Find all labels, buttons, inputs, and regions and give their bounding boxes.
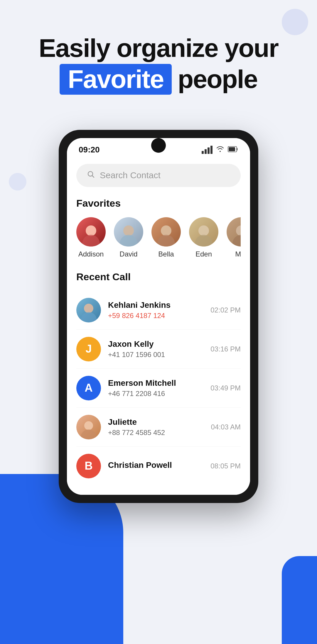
avatar-bella <box>151 217 181 247</box>
avatar-eden <box>189 217 218 247</box>
call-name-christian: Christian Powell <box>108 461 203 470</box>
call-name-kehlani: Kehlani Jenkins <box>108 300 203 310</box>
recent-call-section: Recent Call Kehlani Jenkins <box>76 271 241 485</box>
favorite-name-david: David <box>119 250 137 258</box>
favorite-name-addison: Addison <box>78 250 104 258</box>
call-name-emerson: Emerson Mitchell <box>108 378 203 388</box>
call-number-emerson: +46 771 2208 416 <box>108 390 203 398</box>
avatar-jaxon: J <box>76 337 101 361</box>
favorite-bella[interactable]: Bella <box>151 217 181 258</box>
call-info-kehlani: Kehlani Jenkins +59 826 4187 124 <box>108 300 203 320</box>
call-number-jaxon: +41 107 1596 001 <box>108 351 203 359</box>
call-number-kehlani: +59 826 4187 124 <box>108 312 203 320</box>
call-item-jaxon[interactable]: J Jaxon Kelly +41 107 1596 001 03:16 PM <box>76 330 241 369</box>
call-info-juliette: Juliette +88 772 4585 452 <box>108 417 204 437</box>
bg-blue-wave-right <box>282 556 317 644</box>
recent-call-list: Kehlani Jenkins +59 826 4187 124 02:02 P… <box>76 291 241 485</box>
signal-icon <box>202 146 213 154</box>
avatar-addison <box>76 217 106 247</box>
call-time-juliette: 04:03 AM <box>211 423 241 431</box>
battery-icon <box>228 146 238 153</box>
favorite-eden[interactable]: Eden <box>189 217 218 258</box>
call-item-juliette[interactable]: Juliette +88 772 4585 452 04:03 AM <box>76 408 241 447</box>
avatar-juliette <box>76 415 101 439</box>
hero-line1: Easily organize your <box>18 35 299 61</box>
phone-container: 09:20 <box>0 130 317 503</box>
call-name-jaxon: Jaxon Kelly <box>108 339 203 349</box>
favorite-mar[interactable]: Mar <box>227 217 241 258</box>
call-time-christian: 08:05 PM <box>210 462 241 470</box>
call-item-christian[interactable]: B Christian Powell 08:05 PM <box>76 447 241 485</box>
search-icon <box>87 170 95 181</box>
call-time-kehlani: 02:02 PM <box>210 306 241 314</box>
status-time: 09:20 <box>79 145 100 154</box>
avatar-christian: B <box>76 454 101 478</box>
phone-content: Search Contact Favorites <box>67 164 250 495</box>
avatar-david <box>114 217 143 247</box>
favorite-addison[interactable]: Addison <box>76 217 106 258</box>
call-item-kehlani[interactable]: Kehlani Jenkins +59 826 4187 124 02:02 P… <box>76 291 241 330</box>
avatar-emerson: A <box>76 376 101 400</box>
call-time-emerson: 03:49 PM <box>210 384 241 392</box>
hero-people: people <box>178 65 257 94</box>
call-name-juliette: Juliette <box>108 417 204 427</box>
favorites-row: Addison David <box>76 217 241 258</box>
status-icons <box>202 146 238 154</box>
phone-mockup: 09:20 <box>59 130 258 503</box>
search-bar[interactable]: Search Contact <box>76 164 241 187</box>
call-info-christian: Christian Powell <box>108 461 203 472</box>
avatar-mar <box>227 217 241 247</box>
favorite-name-eden: Eden <box>195 250 212 258</box>
call-number-juliette: +88 772 4585 452 <box>108 429 204 437</box>
call-item-emerson[interactable]: A Emerson Mitchell +46 771 2208 416 03:4… <box>76 369 241 408</box>
favorite-david[interactable]: David <box>114 217 143 258</box>
call-time-jaxon: 03:16 PM <box>210 345 241 353</box>
favorites-section: Favorites Addison <box>76 198 241 258</box>
favorites-header: Favorites <box>76 198 241 209</box>
favorite-name-mar: Mar <box>235 250 241 258</box>
hero-section: Easily organize your Favorite people <box>0 0 317 112</box>
svg-rect-1 <box>229 147 235 151</box>
hero-highlight: Favorite <box>60 64 172 95</box>
camera-notch <box>151 138 166 153</box>
phone-screen: 09:20 <box>67 138 250 495</box>
hero-line2: Favorite people <box>18 64 299 95</box>
search-placeholder-text: Search Contact <box>100 170 161 180</box>
favorite-name-bella: Bella <box>158 250 174 258</box>
recent-call-header: Recent Call <box>76 271 241 283</box>
avatar-kehlani <box>76 298 101 322</box>
call-info-emerson: Emerson Mitchell +46 771 2208 416 <box>108 378 203 398</box>
call-info-jaxon: Jaxon Kelly +41 107 1596 001 <box>108 339 203 359</box>
wifi-icon <box>216 146 224 154</box>
